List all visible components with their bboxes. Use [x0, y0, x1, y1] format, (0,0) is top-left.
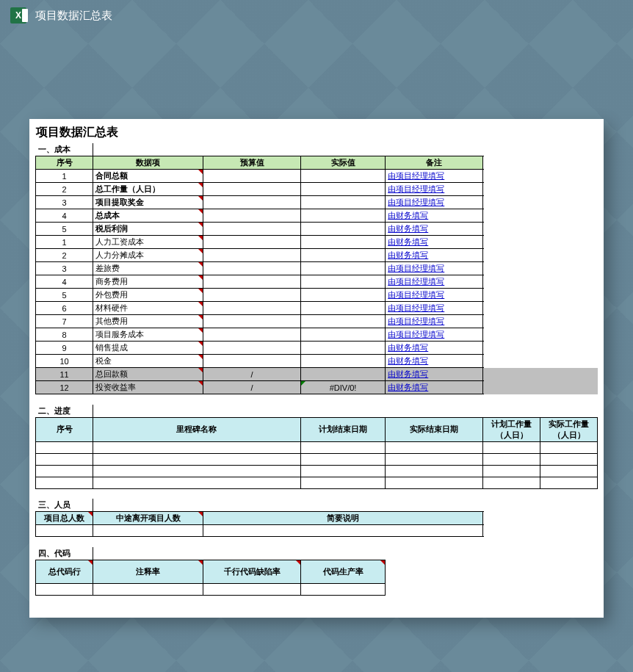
- cell-budget: [203, 236, 301, 249]
- cell-actual: [300, 196, 385, 209]
- cell-item: 总成本: [93, 209, 203, 223]
- cell-budget: [203, 355, 301, 368]
- note-link[interactable]: 由项目经理填写: [388, 330, 444, 339]
- col-planwork: 计划工作量（人日）: [483, 417, 540, 441]
- cell-item: 项目服务成本: [93, 328, 203, 342]
- table-row: 5税后利润由财务填写: [36, 223, 598, 236]
- section1-header-row: 序号 数据项 预算值 实际值 备注: [36, 156, 598, 170]
- table-row: 8项目服务成本由项目经理填写: [36, 328, 598, 342]
- cell-seq: 2: [36, 183, 93, 196]
- cell-note: 由项目经理填写: [386, 170, 483, 183]
- cell-item: 其他费用: [93, 315, 203, 328]
- col-milestone: 里程碑名称: [93, 417, 301, 441]
- note-link[interactable]: 由财务填写: [388, 224, 428, 233]
- table-row: 3项目提取奖金由项目经理填写: [36, 196, 598, 209]
- cell-seq: 4: [36, 275, 93, 289]
- note-link[interactable]: 由财务填写: [388, 211, 428, 220]
- cell-budget: /: [203, 368, 301, 381]
- note-link[interactable]: 由项目经理填写: [388, 198, 444, 206]
- cell-seq: 7: [36, 315, 93, 328]
- cell-budget: [203, 342, 301, 355]
- cell-actual: [300, 328, 385, 342]
- note-link[interactable]: 由项目经理填写: [388, 303, 444, 312]
- section4-header-row: 总代码行 注释率 千行代码缺陷率 代码生产率: [36, 560, 598, 571]
- cell-actual: [300, 289, 385, 302]
- summary-table: 项目数据汇总表 一、成本 序号 数据项 预算值 实际值 备注 1合同总额由项目经…: [35, 123, 598, 596]
- note-link[interactable]: 由项目经理填写: [388, 317, 444, 325]
- note-link[interactable]: 由财务填写: [388, 237, 428, 246]
- cell-item: 税金: [93, 355, 203, 368]
- cell-item: 差旅费: [93, 262, 203, 275]
- table-row: 2人力分摊成本由财务填写: [36, 249, 598, 262]
- note-link[interactable]: 由项目经理填写: [388, 264, 444, 272]
- cell-item: 销售提成: [93, 342, 203, 355]
- cell-seq: 3: [36, 196, 93, 209]
- cell-item: 人力分摊成本: [93, 249, 203, 262]
- cell-note: 由财务填写: [386, 381, 483, 394]
- note-link[interactable]: 由财务填写: [388, 369, 428, 378]
- table-row: 1合同总额由项目经理填写: [36, 170, 598, 183]
- cell-seq: 11: [36, 368, 93, 381]
- cell-seq: 1: [36, 170, 93, 183]
- note-link[interactable]: 由项目经理填写: [388, 184, 444, 193]
- col-defectrate: 千行代码缺陷率: [203, 560, 301, 583]
- cell-seq: 9: [36, 342, 93, 355]
- spreadsheet: 项目数据汇总表 一、成本 序号 数据项 预算值 实际值 备注 1合同总额由项目经…: [29, 119, 604, 618]
- note-link[interactable]: 由项目经理填写: [388, 277, 444, 286]
- cell-note: 由项目经理填写: [386, 275, 483, 289]
- cell-budget: [203, 302, 301, 315]
- table-row: [36, 477, 598, 488]
- cell-note: 由项目经理填写: [386, 289, 483, 302]
- app-header: 项目数据汇总表: [0, 0, 633, 31]
- cell-actual: #DIV/0!: [300, 381, 385, 394]
- cell-seq: 6: [36, 302, 93, 315]
- cell-item: 材料硬件: [93, 302, 203, 315]
- cell-seq: 4: [36, 209, 93, 223]
- table-row: [36, 453, 598, 465]
- excel-icon: [10, 7, 26, 24]
- cell-actual: [300, 170, 385, 183]
- cell-actual: [300, 236, 385, 249]
- col-actualend: 实际结束日期: [386, 417, 483, 441]
- cell-note: 由财务填写: [386, 223, 483, 236]
- table-row: 7其他费用由项目经理填写: [36, 315, 598, 328]
- cell-item: 合同总额: [93, 170, 203, 183]
- col-totalcode: 总代码行: [36, 560, 93, 583]
- table-row: 11总回款额/由财务填写: [36, 368, 598, 381]
- cell-item: 税后利润: [93, 223, 203, 236]
- table-row: 3差旅费由项目经理填写: [36, 262, 598, 275]
- cell-budget: [203, 315, 301, 328]
- cell-seq: 12: [36, 381, 93, 394]
- cell-seq: 1: [36, 236, 93, 249]
- cell-item: 商务费用: [93, 275, 203, 289]
- table-row: [36, 525, 598, 537]
- cell-actual: [300, 249, 385, 262]
- cell-item: 项目提取奖金: [93, 196, 203, 209]
- col-seq2: 序号: [36, 417, 93, 441]
- cell-note: 由财务填写: [386, 355, 483, 368]
- col-prodrate: 代码生产率: [300, 560, 385, 583]
- cell-budget: [203, 170, 301, 183]
- cell-seq: 5: [36, 289, 93, 302]
- section1-heading: 一、成本: [36, 143, 93, 156]
- cell-actual: [300, 368, 385, 381]
- note-link[interactable]: 由项目经理填写: [388, 171, 444, 180]
- note-link[interactable]: 由财务填写: [388, 343, 428, 352]
- sheet-title: 项目数据汇总表: [36, 123, 598, 143]
- cell-actual: [300, 342, 385, 355]
- section3-header-row: 项目总人数 中途离开项目人数 简要说明: [36, 512, 598, 525]
- table-row: 4总成本由财务填写: [36, 209, 598, 223]
- note-link[interactable]: 由项目经理填写: [388, 290, 444, 299]
- note-link[interactable]: 由财务填写: [388, 356, 428, 365]
- note-link[interactable]: 由财务填写: [388, 383, 428, 391]
- section3-heading: 三、人员: [36, 499, 93, 512]
- cell-budget: [203, 196, 301, 209]
- cell-note: 由财务填写: [386, 249, 483, 262]
- section2-heading: 二、进度: [36, 405, 93, 418]
- col-planend: 计划结束日期: [300, 417, 385, 441]
- cell-item: 总工作量（人日）: [93, 183, 203, 196]
- cell-budget: [203, 209, 301, 223]
- note-link[interactable]: 由财务填写: [388, 250, 428, 259]
- cell-budget: [203, 249, 301, 262]
- cell-seq: 8: [36, 328, 93, 342]
